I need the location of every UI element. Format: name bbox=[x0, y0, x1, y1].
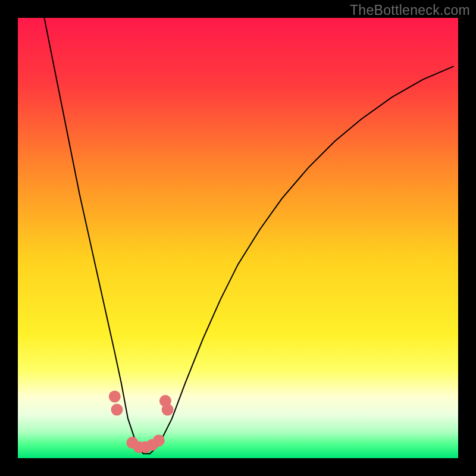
marker-dot bbox=[153, 434, 165, 446]
watermark-text: TheBottleneck.com bbox=[350, 2, 470, 18]
plot-background bbox=[18, 18, 458, 458]
marker-dot bbox=[109, 390, 121, 402]
marker-dot bbox=[111, 404, 123, 416]
marker-dot bbox=[159, 395, 171, 407]
chart-frame: TheBottleneck.com bbox=[0, 0, 476, 476]
chart-svg bbox=[18, 18, 458, 458]
